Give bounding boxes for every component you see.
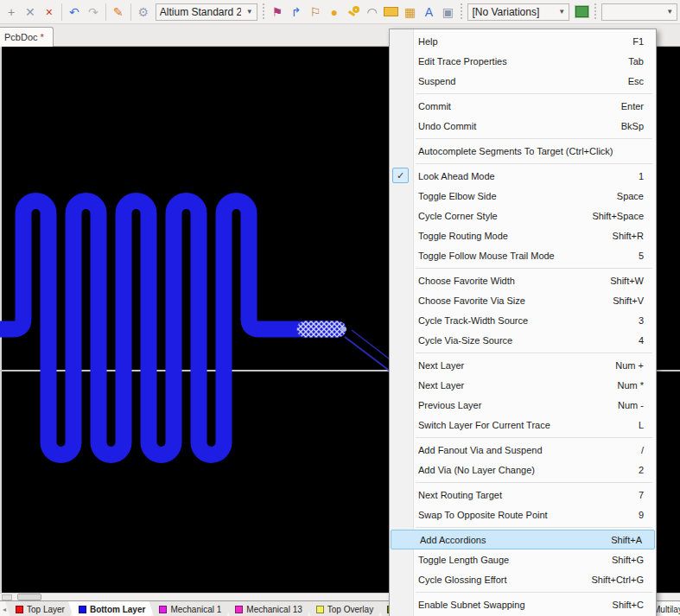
menu-item-shortcut: Shift+G [612, 555, 644, 565]
menu-item-suspend[interactable]: SuspendEsc [390, 71, 656, 91]
menu-item-label: Toggle Routing Mode [418, 231, 613, 241]
route-flag-alt-icon[interactable]: ⚐ [307, 3, 324, 21]
scrollbar-left-button[interactable] [2, 594, 12, 600]
toolbar-separator [61, 3, 62, 21]
menu-item-label: Undo Commit [418, 121, 621, 131]
menu-item-add-accordions[interactable]: Add AccordionsShift+A [391, 530, 655, 549]
menu-item-label: Next Layer [418, 360, 615, 371]
scrollbar-thumb[interactable] [17, 594, 41, 600]
menu-item-shortcut: Esc [628, 76, 644, 86]
delete-segment-icon[interactable]: × [41, 3, 58, 21]
interactive-routing-pen-icon[interactable]: ✎ [110, 3, 127, 21]
menu-item-add-fanout-via-and-suspend[interactable]: Add Fanout Via and Suspend/ [390, 440, 656, 460]
chevron-down-icon[interactable]: ▼ [666, 8, 673, 16]
variations-select-value: [No Variations] [472, 6, 553, 18]
menu-item-label: Help [418, 36, 632, 47]
menu-item-shortcut: / [641, 445, 644, 455]
chevron-down-icon[interactable]: ▼ [246, 8, 253, 16]
toolbar-grip [262, 3, 266, 21]
menu-item-toggle-follow-mouse-trail-mode[interactable]: Toggle Follow Mouse Trail Mode5 [390, 245, 656, 265]
menu-item-label: Toggle Length Gauge [418, 555, 612, 565]
document-tab[interactable]: PcbDoc * [0, 27, 54, 47]
toolbar-grip [459, 3, 463, 21]
menu-item-shortcut: BkSp [621, 121, 644, 131]
menu-item-shortcut: Shift+V [613, 295, 644, 306]
menu-item-shortcut: Num + [615, 360, 644, 371]
routing-context-menu: HelpF1Edit Trace PropertiesTabSuspendEsc… [389, 29, 657, 616]
pad-round-icon[interactable]: ● [326, 3, 343, 21]
menu-item-label: Cycle Track-Width Source [418, 315, 639, 326]
snap-cross-icon[interactable]: + [3, 3, 20, 21]
board-setup-icon[interactable]: ⚙ [135, 3, 152, 21]
layer-tab-label: Bottom Layer [90, 605, 145, 614]
keepout-key-icon [347, 6, 359, 18]
menu-item-previous-layer[interactable]: Previous LayerNum - [390, 395, 656, 415]
toolbar-separator [105, 3, 106, 21]
menu-item-next-layer[interactable]: Next LayerNum * [390, 375, 656, 395]
redo-icon[interactable]: ↷ [85, 3, 102, 21]
route-arrow-icon[interactable]: ↱ [288, 3, 305, 21]
layer-tab-mechanical-1[interactable]: Mechanical 1 [149, 601, 232, 616]
menu-item-switch-layer-for-current-trace[interactable]: Switch Layer For Current TraceL [390, 415, 656, 435]
menu-item-toggle-elbow-side[interactable]: Toggle Elbow SideSpace [390, 186, 656, 206]
chevron-down-icon[interactable]: ▼ [558, 8, 565, 16]
variant-chip-icon[interactable] [573, 3, 590, 21]
layer-tab-label: Top Layer [27, 605, 65, 614]
pad-array-icon[interactable]: ▦ [402, 3, 419, 21]
view-mode-select[interactable]: Altium Standard 2D▼ [156, 3, 257, 21]
menu-item-label: Cycle Corner Style [418, 211, 592, 221]
menu-item-cycle-glossing-effort[interactable]: Cycle Glossing EffortShift+Ctrl+G [390, 569, 656, 589]
break-track-icon[interactable]: ✕ [22, 3, 39, 21]
menu-item-label: Suspend [418, 76, 628, 86]
menu-item-cycle-via-size-source[interactable]: Cycle Via-Size Source4 [390, 330, 656, 350]
menu-item-choose-favorite-via-size[interactable]: Choose Favorite Via SizeShift+V [390, 290, 656, 310]
layer-color-swatch [235, 606, 243, 613]
menu-item-enable-subnet-swapping[interactable]: Enable Subnet SwappingShift+C [390, 594, 656, 614]
main-toolbar: +✕×↶↷✎⚙Altium Standard 2D▼⚑↱⚐●◠▦A▣[No Va… [0, 0, 680, 24]
variant-chip-icon [575, 6, 588, 17]
layer-tab-top-overlay[interactable]: Top Overlay [306, 601, 384, 616]
menu-item-shortcut: F1 [632, 36, 644, 47]
route-flag-icon[interactable]: ⚑ [269, 3, 286, 21]
menu-item-shortcut: Shift+Space [592, 211, 644, 221]
pcb-editor-window: +✕×↶↷✎⚙Altium Standard 2D▼⚑↱⚐●◠▦A▣[No Va… [0, 0, 680, 616]
menu-item-label: Next Layer [418, 380, 617, 391]
menu-item-toggle-routing-mode[interactable]: Toggle Routing ModeShift+R [390, 225, 656, 245]
room-rect-icon [384, 7, 398, 16]
variations-select[interactable]: [No Variations]▼ [467, 3, 569, 21]
menu-item-label: Cycle Glossing Effort [418, 575, 591, 585]
menu-item-help[interactable]: HelpF1 [390, 31, 656, 51]
menu-item-next-layer[interactable]: Next LayerNum + [390, 355, 656, 375]
layer-color-swatch [16, 606, 23, 613]
menu-item-shortcut: Num * [617, 380, 644, 391]
place-text-icon[interactable]: A [421, 3, 438, 21]
undo-icon[interactable]: ↶ [66, 3, 83, 21]
menu-item-shortcut: 4 [639, 335, 644, 346]
menu-item-label: Autocomplete Segments To Target (Ctrl+Cl… [418, 146, 644, 156]
layer-tab-mechanical-13[interactable]: Mechanical 13 [225, 601, 312, 616]
menu-item-choose-favorite-width[interactable]: Choose Favorite WidthShift+W [390, 270, 656, 290]
menu-item-next-routing-target[interactable]: Next Routing Target7 [390, 485, 656, 505]
route-endpoint-dot [341, 327, 346, 332]
layer-tab-bottom-layer[interactable]: Bottom Layer [68, 601, 156, 616]
extra-select[interactable]: ▼ [601, 3, 677, 21]
layer-tab-top-layer[interactable]: Top Layer [5, 601, 75, 616]
menu-item-undo-commit[interactable]: Undo CommitBkSp [390, 116, 656, 136]
menu-item-swap-to-opposite-route-point[interactable]: Swap To Opposite Route Point9 [390, 505, 656, 524]
menu-item-look-ahead-mode[interactable]: ✓Look Ahead Mode1 [390, 166, 656, 186]
menu-item-autocomplete-segments-to-target-ctrl-click[interactable]: Autocomplete Segments To Target (Ctrl+Cl… [390, 141, 656, 161]
menu-item-commit[interactable]: CommitEnter [390, 96, 656, 116]
menu-item-add-via-no-layer-change[interactable]: Add Via (No Layer Change)2 [390, 460, 656, 479]
menu-item-shortcut: 5 [639, 251, 644, 261]
menu-item-cycle-track-width-source[interactable]: Cycle Track-Width Source3 [390, 310, 656, 330]
menu-item-label: Toggle Elbow Side [418, 191, 617, 201]
keepout-key-icon[interactable] [345, 3, 362, 21]
menu-item-toggle-length-gauge[interactable]: Toggle Length GaugeShift+G [390, 549, 656, 569]
menu-item-shortcut: Num - [618, 400, 644, 410]
menu-item-cycle-corner-style[interactable]: Cycle Corner StyleShift+Space [390, 206, 656, 225]
component-body-icon[interactable]: ▣ [439, 3, 456, 21]
menu-item-label: Add Fanout Via and Suspend [418, 445, 641, 455]
menu-item-edit-trace-properties[interactable]: Edit Trace PropertiesTab [390, 51, 656, 71]
room-rect-icon[interactable] [383, 3, 400, 21]
arc-tool-icon[interactable]: ◠ [364, 3, 381, 21]
